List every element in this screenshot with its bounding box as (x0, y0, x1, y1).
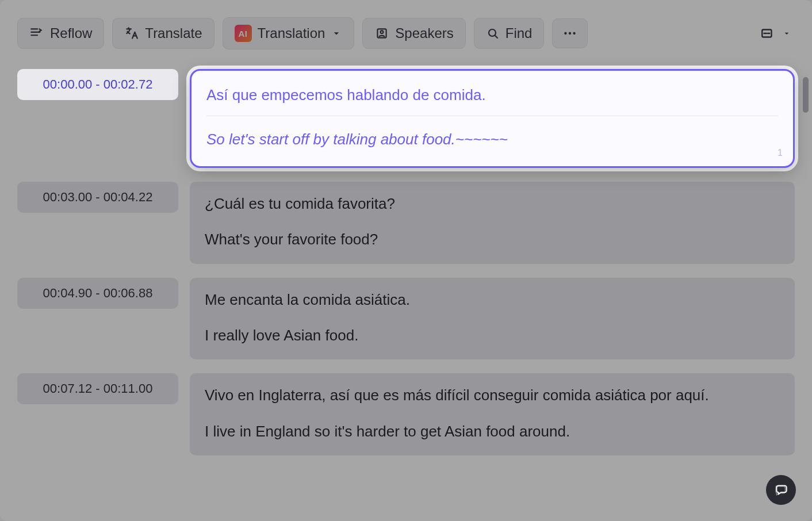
segment-card[interactable]: Me encanta la comida asiática. I really … (190, 278, 795, 360)
svg-point-3 (565, 32, 567, 35)
source-text[interactable]: Me encanta la comida asiática. (205, 289, 780, 310)
speakers-button[interactable]: Speakers (362, 18, 465, 49)
time-range[interactable]: 00:03.00 - 00:04.22 (17, 182, 178, 213)
chat-icon (773, 482, 788, 497)
transcript-row[interactable]: 00:00.00 - 00:02.72 Así que empecemos ha… (17, 69, 795, 168)
captions-icon (759, 26, 776, 41)
segment-card[interactable]: Vivo en Inglaterra, así que es más difíc… (190, 373, 795, 455)
find-button[interactable]: Find (474, 18, 545, 49)
source-text[interactable]: Así que empecemos hablando de comida. (206, 85, 778, 116)
time-range[interactable]: 00:04.90 - 00:06.88 (17, 278, 178, 309)
translation-text[interactable]: I really love Asian food. (205, 325, 780, 346)
translate-button[interactable]: Translate (112, 18, 214, 49)
svg-point-5 (573, 32, 576, 35)
translation-dropdown-label: Translation (258, 25, 325, 41)
segment-card[interactable]: ¿Cuál es tu comida favorita? What's your… (190, 182, 795, 264)
toolbar: Reflow Translate AI Translation (17, 12, 795, 55)
transcript-row[interactable]: 00:07.12 - 00:11.00 Vivo en Inglaterra, … (17, 373, 795, 455)
more-horizontal-icon (562, 26, 578, 41)
captions-toggle[interactable] (756, 22, 795, 44)
translate-label: Translate (145, 25, 202, 41)
search-icon (486, 26, 500, 40)
translation-text[interactable]: So let's start off by talking about food… (206, 129, 778, 150)
svg-point-4 (569, 32, 571, 35)
reflow-icon (29, 26, 44, 41)
find-label: Find (505, 25, 533, 41)
assist-fab[interactable] (766, 475, 796, 505)
transcript-list: 00:00.00 - 00:02.72 Así que empecemos ha… (17, 69, 795, 455)
more-button[interactable] (552, 18, 588, 48)
svg-point-2 (489, 29, 496, 36)
chevron-down-icon (782, 29, 791, 38)
ai-badge-icon: AI (235, 25, 252, 42)
source-text[interactable]: ¿Cuál es tu comida favorita? (205, 193, 780, 214)
translation-text[interactable]: I live in England so it's harder to get … (205, 421, 780, 442)
segment-index: 1 (777, 148, 783, 158)
speakers-icon (374, 26, 389, 41)
editor-panel: Reflow Translate AI Translation (0, 0, 812, 521)
svg-point-1 (381, 30, 384, 33)
time-range[interactable]: 00:00.00 - 00:02.72 (17, 69, 178, 100)
scrollbar-thumb[interactable] (803, 77, 809, 113)
transcript-row[interactable]: 00:04.90 - 00:06.88 Me encanta la comida… (17, 278, 795, 360)
chevron-down-icon (331, 28, 342, 39)
translation-text[interactable]: What's your favorite food? (205, 229, 780, 250)
translate-icon (124, 26, 139, 41)
reflow-button[interactable]: Reflow (17, 18, 104, 49)
reflow-label: Reflow (50, 25, 92, 41)
segment-card[interactable]: Así que empecemos hablando de comida. So… (190, 69, 795, 168)
source-text[interactable]: Vivo en Inglaterra, así que es más difíc… (205, 385, 780, 405)
time-range[interactable]: 00:07.12 - 00:11.00 (17, 373, 178, 404)
speakers-label: Speakers (395, 25, 453, 41)
transcript-row[interactable]: 00:03.00 - 00:04.22 ¿Cuál es tu comida f… (17, 182, 795, 264)
translation-dropdown[interactable]: AI Translation (223, 17, 355, 49)
